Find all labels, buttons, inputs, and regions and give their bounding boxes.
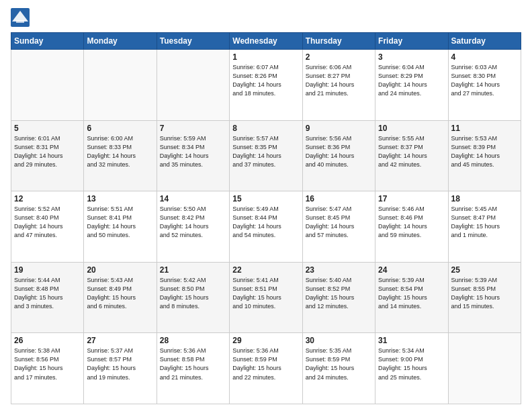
day-number: 2 [306, 52, 372, 62]
calendar-cell: 23Sunrise: 5:40 AM Sunset: 8:52 PM Dayli… [302, 262, 375, 333]
header [11, 8, 521, 27]
calendar-cell: 17Sunrise: 5:46 AM Sunset: 8:46 PM Dayli… [375, 191, 448, 263]
col-header-thursday: Thursday [302, 33, 375, 50]
day-info: Sunrise: 5:36 AM Sunset: 8:59 PM Dayligh… [232, 347, 299, 381]
day-info: Sunrise: 5:59 AM Sunset: 8:34 PM Dayligh… [160, 134, 226, 169]
calendar-cell: 6Sunrise: 6:00 AM Sunset: 8:33 PM Daylig… [84, 120, 157, 191]
calendar-cell: 13Sunrise: 5:51 AM Sunset: 8:41 PM Dayli… [84, 191, 157, 263]
day-info: Sunrise: 6:04 AM Sunset: 8:29 PM Dayligh… [378, 63, 445, 98]
day-info: Sunrise: 5:37 AM Sunset: 8:57 PM Dayligh… [87, 347, 153, 381]
day-number: 30 [306, 336, 372, 345]
day-info: Sunrise: 5:57 AM Sunset: 8:35 PM Dayligh… [232, 134, 299, 169]
day-number: 6 [87, 124, 153, 133]
calendar-cell: 2Sunrise: 6:06 AM Sunset: 8:27 PM Daylig… [302, 50, 375, 121]
logo [11, 8, 31, 27]
day-info: Sunrise: 5:44 AM Sunset: 8:48 PM Dayligh… [14, 276, 81, 311]
day-number: 15 [232, 194, 299, 203]
day-info: Sunrise: 5:41 AM Sunset: 8:51 PM Dayligh… [232, 276, 299, 311]
calendar-cell: 29Sunrise: 5:36 AM Sunset: 8:59 PM Dayli… [230, 333, 302, 404]
day-info: Sunrise: 5:35 AM Sunset: 8:59 PM Dayligh… [306, 347, 372, 381]
calendar-cell: 8Sunrise: 5:57 AM Sunset: 8:35 PM Daylig… [230, 120, 302, 191]
day-info: Sunrise: 5:36 AM Sunset: 8:58 PM Dayligh… [160, 347, 226, 381]
day-info: Sunrise: 5:45 AM Sunset: 8:47 PM Dayligh… [451, 205, 518, 240]
day-number: 27 [87, 336, 153, 345]
calendar-cell [84, 50, 157, 121]
calendar-week-5: 26Sunrise: 5:38 AM Sunset: 8:56 PM Dayli… [11, 333, 521, 404]
day-info: Sunrise: 5:39 AM Sunset: 8:55 PM Dayligh… [451, 276, 518, 311]
col-header-wednesday: Wednesday [230, 33, 302, 50]
calendar-cell: 25Sunrise: 5:39 AM Sunset: 8:55 PM Dayli… [448, 262, 521, 333]
calendar-cell: 11Sunrise: 5:53 AM Sunset: 8:39 PM Dayli… [448, 120, 521, 191]
day-number: 3 [378, 52, 445, 62]
day-info: Sunrise: 5:56 AM Sunset: 8:36 PM Dayligh… [306, 134, 372, 169]
calendar-cell: 9Sunrise: 5:56 AM Sunset: 8:36 PM Daylig… [302, 120, 375, 191]
day-number: 10 [378, 124, 445, 133]
calendar-cell: 24Sunrise: 5:39 AM Sunset: 8:54 PM Dayli… [375, 262, 448, 333]
day-number: 21 [160, 265, 226, 275]
calendar-cell: 26Sunrise: 5:38 AM Sunset: 8:56 PM Dayli… [11, 333, 84, 404]
day-number: 9 [306, 124, 372, 133]
logo-icon [11, 8, 30, 27]
calendar-week-3: 12Sunrise: 5:52 AM Sunset: 8:40 PM Dayli… [11, 191, 521, 263]
day-info: Sunrise: 6:07 AM Sunset: 8:26 PM Dayligh… [232, 63, 299, 98]
day-number: 17 [378, 194, 445, 203]
calendar-cell [11, 50, 84, 121]
calendar-cell: 3Sunrise: 6:04 AM Sunset: 8:29 PM Daylig… [375, 50, 448, 121]
day-number: 8 [232, 124, 299, 133]
calendar-cell: 12Sunrise: 5:52 AM Sunset: 8:40 PM Dayli… [11, 191, 84, 263]
day-info: Sunrise: 5:51 AM Sunset: 8:41 PM Dayligh… [87, 205, 153, 240]
calendar-cell: 4Sunrise: 6:03 AM Sunset: 8:30 PM Daylig… [448, 50, 521, 121]
calendar-week-4: 19Sunrise: 5:44 AM Sunset: 8:48 PM Dayli… [11, 262, 521, 333]
day-number: 11 [451, 124, 518, 133]
col-header-monday: Monday [84, 33, 157, 50]
page: SundayMondayTuesdayWednesdayThursdayFrid… [0, 0, 532, 411]
calendar-table: SundayMondayTuesdayWednesdayThursdayFrid… [11, 32, 521, 404]
calendar-cell: 18Sunrise: 5:45 AM Sunset: 8:47 PM Dayli… [448, 191, 521, 263]
svg-rect-2 [16, 20, 24, 23]
calendar-cell [157, 50, 229, 121]
day-info: Sunrise: 6:06 AM Sunset: 8:27 PM Dayligh… [306, 63, 372, 98]
day-info: Sunrise: 6:00 AM Sunset: 8:33 PM Dayligh… [87, 134, 153, 169]
day-number: 26 [14, 336, 81, 345]
day-info: Sunrise: 5:38 AM Sunset: 8:56 PM Dayligh… [14, 347, 81, 381]
day-number: 4 [451, 52, 518, 62]
calendar-cell: 19Sunrise: 5:44 AM Sunset: 8:48 PM Dayli… [11, 262, 84, 333]
calendar-cell: 22Sunrise: 5:41 AM Sunset: 8:51 PM Dayli… [230, 262, 302, 333]
calendar-cell: 30Sunrise: 5:35 AM Sunset: 8:59 PM Dayli… [302, 333, 375, 404]
calendar-cell: 10Sunrise: 5:55 AM Sunset: 8:37 PM Dayli… [375, 120, 448, 191]
day-info: Sunrise: 6:03 AM Sunset: 8:30 PM Dayligh… [451, 63, 518, 98]
day-number: 24 [378, 265, 445, 275]
day-info: Sunrise: 5:47 AM Sunset: 8:45 PM Dayligh… [306, 205, 372, 240]
day-info: Sunrise: 5:55 AM Sunset: 8:37 PM Dayligh… [378, 134, 445, 169]
calendar-week-1: 1Sunrise: 6:07 AM Sunset: 8:26 PM Daylig… [11, 50, 521, 121]
day-number: 16 [306, 194, 372, 203]
calendar-cell: 1Sunrise: 6:07 AM Sunset: 8:26 PM Daylig… [230, 50, 302, 121]
calendar-cell: 7Sunrise: 5:59 AM Sunset: 8:34 PM Daylig… [157, 120, 229, 191]
calendar-cell: 14Sunrise: 5:50 AM Sunset: 8:42 PM Dayli… [157, 191, 229, 263]
calendar-week-2: 5Sunrise: 6:01 AM Sunset: 8:31 PM Daylig… [11, 120, 521, 191]
col-header-friday: Friday [375, 33, 448, 50]
col-header-tuesday: Tuesday [157, 33, 229, 50]
calendar-cell: 31Sunrise: 5:34 AM Sunset: 9:00 PM Dayli… [375, 333, 448, 404]
day-number: 1 [232, 52, 299, 62]
calendar-cell: 28Sunrise: 5:36 AM Sunset: 8:58 PM Dayli… [157, 333, 229, 404]
day-info: Sunrise: 5:46 AM Sunset: 8:46 PM Dayligh… [378, 205, 445, 240]
day-number: 5 [14, 124, 81, 133]
day-number: 22 [232, 265, 299, 275]
calendar-cell: 20Sunrise: 5:43 AM Sunset: 8:49 PM Dayli… [84, 262, 157, 333]
day-number: 28 [160, 336, 226, 345]
calendar-cell: 16Sunrise: 5:47 AM Sunset: 8:45 PM Dayli… [302, 191, 375, 263]
day-info: Sunrise: 5:34 AM Sunset: 9:00 PM Dayligh… [378, 347, 445, 381]
day-number: 13 [87, 194, 153, 203]
day-number: 29 [232, 336, 299, 345]
day-info: Sunrise: 5:39 AM Sunset: 8:54 PM Dayligh… [378, 276, 445, 311]
calendar-cell: 27Sunrise: 5:37 AM Sunset: 8:57 PM Dayli… [84, 333, 157, 404]
day-info: Sunrise: 5:42 AM Sunset: 8:50 PM Dayligh… [160, 276, 226, 311]
calendar-cell [448, 333, 521, 404]
col-header-sunday: Sunday [11, 33, 84, 50]
day-info: Sunrise: 5:52 AM Sunset: 8:40 PM Dayligh… [14, 205, 81, 240]
day-number: 23 [306, 265, 372, 275]
day-number: 25 [451, 265, 518, 275]
day-number: 14 [160, 194, 226, 203]
day-number: 12 [14, 194, 81, 203]
